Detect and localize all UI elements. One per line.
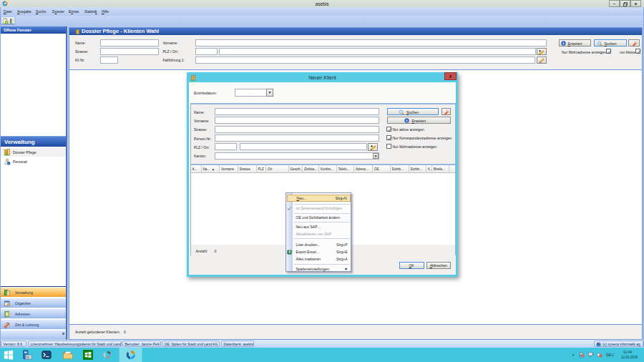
svg-text:i: i [9, 162, 9, 165]
